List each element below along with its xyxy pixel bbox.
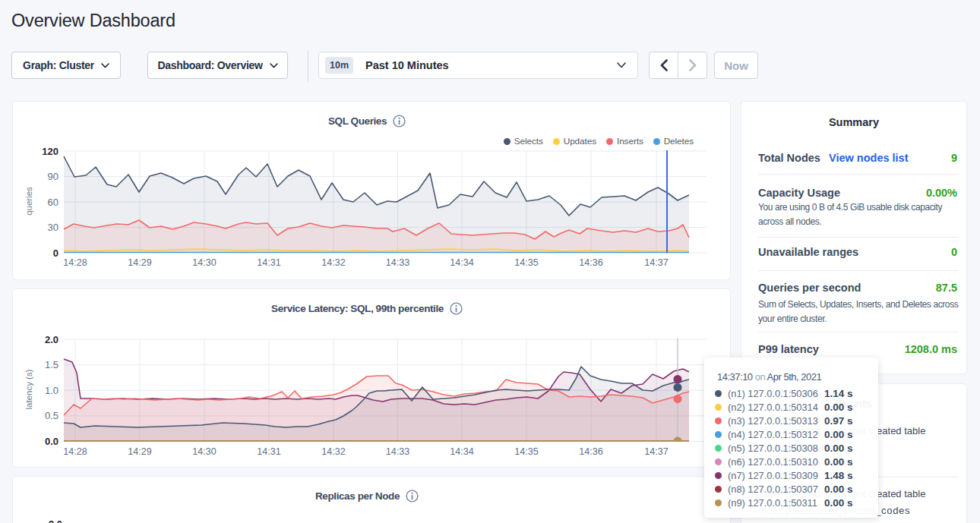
svg-text:14:36: 14:36 [579,446,602,457]
svg-text:14:32: 14:32 [321,257,345,268]
svg-text:2.0: 2.0 [45,334,58,345]
svg-text:14:28: 14:28 [63,446,87,457]
svg-text:14:37: 14:37 [644,257,668,268]
svg-text:14:29: 14:29 [128,257,151,268]
svg-text:14:33: 14:33 [386,257,409,268]
svg-text:0.0: 0.0 [45,436,58,447]
svg-text:14:30: 14:30 [192,446,216,457]
svg-text:14:35: 14:35 [514,257,538,268]
svg-text:14:35: 14:35 [514,446,538,457]
svg-text:14:34: 14:34 [450,446,473,457]
svg-text:120: 120 [42,146,58,157]
svg-text:14:33: 14:33 [386,446,409,457]
svg-text:14:36: 14:36 [579,257,602,268]
svg-text:0: 0 [53,247,58,259]
svg-text:14:31: 14:31 [257,446,280,457]
svg-text:14:32: 14:32 [321,446,345,457]
svg-text:1.5: 1.5 [45,359,58,370]
svg-text:30: 30 [48,222,58,233]
svg-text:1.0: 1.0 [45,385,58,396]
svg-text:0.5: 0.5 [45,410,58,421]
svg-text:14:28: 14:28 [63,257,87,268]
svg-text:14:31: 14:31 [257,257,280,268]
svg-text:14:37: 14:37 [644,446,668,457]
svg-text:14:30: 14:30 [192,257,216,268]
svg-text:14:34: 14:34 [450,257,473,268]
svg-text:14:29: 14:29 [128,446,151,457]
svg-text:90: 90 [48,171,58,182]
svg-text:60: 60 [48,197,58,208]
